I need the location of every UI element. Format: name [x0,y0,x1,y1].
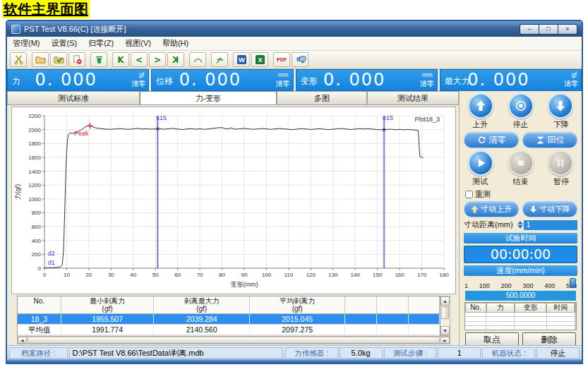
page-title: 软件主界面图 [2,0,90,18]
svg-text:0: 0 [38,265,42,272]
menu-zero[interactable]: 归零(Z) [88,38,114,49]
svg-text:1200: 1200 [28,182,41,188]
spinner-down-icon[interactable] [517,225,523,229]
tab-test-results[interactable]: 测试结果 [367,91,459,104]
last-point-icon-button[interactable]: K [167,52,184,67]
motor-stop-button[interactable] [508,93,534,119]
speed-header: 速度(mm/min) [464,265,577,276]
excel-export-icon-button[interactable]: X [251,52,268,67]
svg-text:20: 20 [85,272,92,278]
force-clear-button[interactable]: 清零 [131,79,145,89]
save-check-icon-button[interactable] [50,52,67,67]
next-point-icon-button[interactable]: > [149,52,166,67]
table-row[interactable]: 18_3 1955.507 2039.284 2015.045 [18,314,440,325]
maxforce-readout: 最大力 0. 000 gf 清零 [440,69,582,91]
delete-button[interactable]: 删除 [522,332,576,345]
points-row-empty [465,326,576,330]
copy-remove-icon-button[interactable] [68,52,85,67]
svg-text:2000: 2000 [28,127,41,133]
file-path-value: D:\PST Test V8.66\TestData\剥离.mdb [69,347,282,359]
curve-icon-button[interactable] [189,52,206,67]
cut-icon-button[interactable] [10,52,27,67]
jog-up-button[interactable]: 寸动上升 [464,201,519,217]
minimize-button[interactable]: – [520,24,539,35]
slider-thumb[interactable] [570,278,576,288]
force-sensor-value: 5.0kg [340,347,383,359]
window-bottom-edge [7,359,582,363]
title-bar[interactable]: PST Test V8.66(C) [连接断开] – □ × [7,21,582,37]
menu-view[interactable]: 视图(V) [125,38,151,49]
zero-button[interactable]: 清零 [464,132,519,148]
trash-icon-button[interactable] [90,52,107,67]
svg-text:变形(mm): 变形(mm) [231,281,258,288]
maximize-button[interactable]: □ [539,24,558,35]
prev-point-icon: < [136,55,143,65]
word-export-icon-button[interactable]: W [233,52,250,67]
file-path-label: 档案路径 : [9,347,68,359]
prev-point-icon-button[interactable]: < [131,52,148,67]
table-horizontal-scrollbar[interactable]: ◄ ► [17,336,450,344]
jog-distance-stepper[interactable] [517,221,523,229]
take-point-button[interactable]: 取点 [465,332,519,345]
screen-capture-icon-button[interactable]: 8 [292,52,308,67]
return-button[interactable]: 回位 [522,132,577,148]
jog-up-icon [471,205,479,213]
scroll-up-icon[interactable]: ▲ [440,296,450,306]
scroll-thumb[interactable] [28,337,440,344]
scroll-left-icon[interactable]: ◄ [18,337,27,344]
up-arrow-icon [472,97,489,114]
svg-text:180: 180 [439,272,449,278]
mark-plant-icon [215,54,225,65]
test-step-value: 1 [438,347,481,359]
mark-plant-icon-button[interactable] [211,52,228,67]
table-vertical-scrollbar[interactable]: ▲ ▼ [440,296,450,336]
jog-down-button[interactable]: 寸动下降 [522,201,577,217]
svg-text:80: 80 [219,272,225,278]
menu-settings[interactable]: 设置(S) [52,38,78,49]
jog-distance-field[interactable]: 1 [524,220,577,230]
tab-test-standard[interactable]: 测试标准 [7,91,140,104]
displacement-clear-button[interactable]: 清零 [276,79,290,89]
retest-checkbox[interactable] [465,191,473,198]
app-window: PST Test V8.66(C) [连接断开] – □ × 管理(M) 设置(… [6,20,583,364]
svg-text:200: 200 [32,251,42,258]
jog-down-round-button[interactable] [548,93,573,119]
scroll-thumb[interactable] [441,306,449,319]
deformation-clear-button[interactable]: 清零 [420,79,434,89]
test-pause-button[interactable] [548,150,573,176]
maxforce-clear-button[interactable]: 清零 [564,79,578,89]
svg-text:1000: 1000 [28,196,41,203]
jog-up-round-button[interactable] [468,93,493,119]
svg-text:W: W [239,56,245,64]
svg-text:力(gf): 力(gf) [14,184,21,200]
menu-help[interactable]: 帮助(H) [162,38,188,49]
stop-circle-icon [512,97,529,114]
tab-force-deformation[interactable]: 力-变形 [140,91,277,104]
test-step-label: 测试步骤 : [384,347,437,359]
close-button[interactable]: × [558,24,577,35]
deformation-readout: 变形 0. 000 mm 清零 [296,69,438,91]
scroll-right-icon[interactable]: ► [440,337,450,344]
jog-down-icon [529,205,537,213]
test-start-button[interactable] [468,150,493,176]
displacement-unit: mm [278,71,289,78]
test-label: 测试 [472,176,488,187]
svg-text:150: 150 [373,272,383,278]
svg-text:X: X [258,56,263,64]
scroll-down-icon[interactable]: ▼ [440,326,450,335]
end-label: 结束 [513,176,529,187]
first-point-icon-button[interactable]: K [112,52,129,67]
test-end-button[interactable] [508,150,534,176]
copy-remove-icon [72,54,83,65]
menu-manage[interactable]: 管理(M) [13,38,40,49]
tab-multi-plot[interactable]: 多图 [277,91,367,104]
svg-text:10: 10 [64,272,70,278]
col-avg-peel: 平均剥离力 [250,297,345,305]
table-row[interactable]: 平均值 1991.774 2140.560 2097.275 [18,325,440,335]
results-table: No. 最小剥离力(gf) 剥离最大力(gf) 平均剥离力(gf) 18_3 1… [17,296,440,336]
pdf-export-icon-button[interactable]: PDF [273,52,290,67]
svg-text:400: 400 [32,238,42,244]
up-label: 上升 [472,119,488,130]
open-folder-icon-button[interactable] [32,52,49,67]
spinner-up-icon[interactable] [517,221,523,224]
